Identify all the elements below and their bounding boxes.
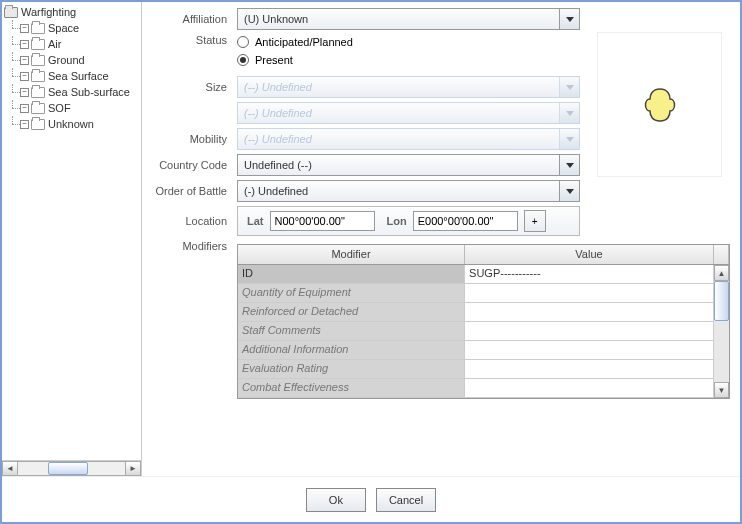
country-label: Country Code xyxy=(152,159,237,171)
tree-item-sof[interactable]: −SOF xyxy=(4,100,139,116)
radio-icon xyxy=(237,54,249,66)
radio-icon xyxy=(237,36,249,48)
table-row: Quantity of Equipment xyxy=(238,284,713,303)
tree-item-sea-surface[interactable]: −Sea Surface xyxy=(4,68,139,84)
toggle-icon[interactable]: − xyxy=(20,56,29,65)
location-group: Lat Lon + xyxy=(237,206,580,236)
tree-item-space[interactable]: −Space xyxy=(4,20,139,36)
chevron-down-icon xyxy=(559,129,579,149)
table-row: Evaluation Rating xyxy=(238,360,713,379)
oob-select[interactable]: (-) Undefined xyxy=(237,180,580,202)
table-row: Staff Comments xyxy=(238,322,713,341)
modifiers-table: Modifier Value IDSUGP----------- Quantit… xyxy=(237,244,730,399)
country-select[interactable]: Undefined (--) xyxy=(237,154,580,176)
scroll-thumb[interactable] xyxy=(714,281,729,321)
dialog-footer: Ok Cancel xyxy=(2,476,740,522)
unknown-symbol-icon xyxy=(640,85,680,125)
folder-icon xyxy=(4,7,18,18)
table-row: IDSUGP----------- xyxy=(238,265,713,284)
folder-icon xyxy=(31,23,45,34)
folder-icon xyxy=(31,39,45,50)
modifiers-vscroll[interactable]: ▲ ▼ xyxy=(713,265,729,398)
chevron-down-icon xyxy=(559,155,579,175)
size-label: Size xyxy=(152,81,237,93)
location-pick-button[interactable]: + xyxy=(524,210,546,232)
status-present-radio[interactable]: Present xyxy=(237,54,580,66)
folder-icon xyxy=(31,119,45,130)
tree-item-air[interactable]: −Air xyxy=(4,36,139,52)
modifiers-label: Modifiers xyxy=(152,240,237,252)
status-label: Status xyxy=(152,34,237,46)
lon-label: Lon xyxy=(381,215,407,227)
tree-root-label: Warfighting xyxy=(21,6,76,18)
table-row: Reinforced or Detached xyxy=(238,303,713,322)
ok-button[interactable]: Ok xyxy=(306,488,366,512)
scroll-track[interactable] xyxy=(714,281,729,382)
toggle-icon[interactable]: − xyxy=(20,88,29,97)
affiliation-label: Affiliation xyxy=(152,13,237,25)
scroll-up-icon[interactable]: ▲ xyxy=(714,265,729,281)
table-row: Additional Information xyxy=(238,341,713,360)
size-select[interactable]: (--) Undefined xyxy=(237,76,580,98)
tree-sidebar: Warfighting −Space −Air −Ground −Sea Sur… xyxy=(2,2,142,476)
toggle-icon[interactable]: − xyxy=(20,104,29,113)
modifier-rows: IDSUGP----------- Quantity of Equipment … xyxy=(238,265,713,398)
toggle-icon[interactable]: − xyxy=(20,120,29,129)
chevron-down-icon xyxy=(559,9,579,29)
toggle-icon[interactable]: − xyxy=(20,24,29,33)
table-row: Combat Effectiveness xyxy=(238,379,713,398)
folder-icon xyxy=(31,87,45,98)
chevron-down-icon xyxy=(559,181,579,201)
scroll-thumb[interactable] xyxy=(48,462,88,475)
form-panel: Affiliation (U) Unknown Status Anticipat… xyxy=(142,2,740,476)
tree-root[interactable]: Warfighting xyxy=(4,4,139,20)
value-col-header: Value xyxy=(465,245,713,264)
scroll-down-icon[interactable]: ▼ xyxy=(714,382,729,398)
scroll-track[interactable] xyxy=(18,461,125,476)
scroll-right-icon[interactable]: ► xyxy=(125,461,141,476)
location-label: Location xyxy=(152,215,237,227)
folder-icon xyxy=(31,55,45,66)
mobility-label: Mobility xyxy=(152,133,237,145)
toggle-icon[interactable]: − xyxy=(20,40,29,49)
lon-input[interactable] xyxy=(413,211,518,231)
chevron-down-icon xyxy=(559,103,579,123)
folder-icon xyxy=(31,71,45,82)
affiliation-select[interactable]: (U) Unknown xyxy=(237,8,580,30)
modifier-col-header: Modifier xyxy=(238,245,465,264)
scroll-left-icon[interactable]: ◄ xyxy=(2,461,18,476)
symbol-preview xyxy=(597,32,722,177)
status-anticipated-radio[interactable]: Anticipated/Planned xyxy=(237,36,580,48)
tree-item-sea-subsurface[interactable]: −Sea Sub-surface xyxy=(4,84,139,100)
toggle-icon[interactable]: − xyxy=(20,72,29,81)
sidebar-hscroll[interactable]: ◄ ► xyxy=(2,460,141,476)
size2-select[interactable]: (--) Undefined xyxy=(237,102,580,124)
lat-label: Lat xyxy=(241,215,264,227)
folder-icon xyxy=(31,103,45,114)
lat-input[interactable] xyxy=(270,211,375,231)
chevron-down-icon xyxy=(559,77,579,97)
oob-label: Order of Battle xyxy=(152,185,237,197)
mobility-select[interactable]: (--) Undefined xyxy=(237,128,580,150)
tree-item-unknown[interactable]: −Unknown xyxy=(4,116,139,132)
cancel-button[interactable]: Cancel xyxy=(376,488,436,512)
tree-item-ground[interactable]: −Ground xyxy=(4,52,139,68)
